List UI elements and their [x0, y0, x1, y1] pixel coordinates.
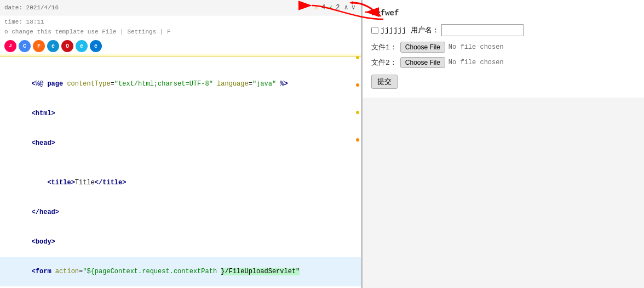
- file2-button[interactable]: Choose File: [400, 57, 445, 68]
- warning-dot-2: [356, 83, 359, 87]
- code-line: <head>: [0, 128, 361, 158]
- warning-dot-4: [356, 138, 359, 142]
- code-line: [0, 59, 361, 69]
- submit-row: 提交: [371, 72, 635, 89]
- file2-status: No file chosen: [449, 59, 504, 66]
- ie-icon[interactable]: e: [76, 40, 88, 52]
- nav-arrows: ∧ ∨: [343, 3, 357, 12]
- file1-row: 文件1： Choose File No file chosen: [371, 42, 635, 53]
- edge-legacy-icon[interactable]: e: [47, 40, 59, 52]
- nav-up[interactable]: ∧: [343, 3, 349, 12]
- file2-row: 文件2： Choose File No file chosen: [371, 57, 635, 68]
- code-line: <%@ page contentType="text/html;charset=…: [0, 69, 361, 99]
- editor-panel: date: 2021/4/16 ⚠ 4 ✓ 2 ∧ ∨ time: 18:11 …: [0, 0, 361, 288]
- file2-label: 文件2：: [371, 58, 397, 67]
- file1-label: 文件1：: [371, 42, 397, 52]
- checkbox-text: jjjjjj 用户名：: [381, 25, 439, 35]
- opera-icon[interactable]: O: [61, 40, 73, 52]
- warning-dot-1: [356, 56, 359, 59]
- warning-icon: ⚠: [314, 3, 318, 12]
- file1-button[interactable]: Choose File: [400, 42, 445, 53]
- meta-info: date: 2021/4/16: [4, 4, 59, 11]
- warning-indicators: ⚠ 4 ✓ 2 ∧ ∨: [314, 3, 357, 12]
- preview-panel: wefwef jjjjjj 用户名： 文件1： Choose File No f…: [363, 0, 644, 288]
- warning-dot-3: [356, 111, 359, 114]
- nav-down[interactable]: ∨: [350, 3, 357, 12]
- editor-header: date: 2021/4/16 ⚠ 4 ✓ 2 ∧ ∨: [0, 0, 361, 15]
- checkbox-row: jjjjjj 用户名：: [371, 24, 635, 36]
- submit-button[interactable]: 提交: [371, 75, 398, 89]
- warning-side-indicators: [355, 55, 360, 143]
- preview-title: wefwef: [371, 9, 635, 18]
- firefox-icon[interactable]: F: [33, 40, 45, 52]
- chrome-icon[interactable]: C: [19, 40, 31, 52]
- code-line: <body>: [0, 227, 361, 257]
- file1-status: No file chosen: [449, 43, 504, 51]
- username-input[interactable]: [441, 24, 524, 36]
- editor-toolbar: J C F e O e e: [0, 38, 361, 54]
- code-line: <title>Title</title>: [0, 168, 361, 197]
- code-line: [0, 158, 361, 168]
- code-line: <html>: [0, 99, 361, 128]
- editor-meta: time: 18:11 o change this template use F…: [0, 15, 361, 38]
- code-line-highlighted: <form action="${pageContext.request.cont…: [0, 257, 361, 286]
- code-line: </head>: [0, 197, 361, 227]
- preview-content: wefwef jjjjjj 用户名： 文件1： Choose File No f…: [363, 0, 644, 98]
- checkbox-input[interactable]: [371, 27, 378, 34]
- intellij-icon[interactable]: J: [4, 40, 16, 52]
- edge-icon[interactable]: e: [90, 40, 102, 52]
- code-area[interactable]: <%@ page contentType="text/html;charset=…: [0, 57, 361, 288]
- check-icon: ✓: [329, 3, 332, 12]
